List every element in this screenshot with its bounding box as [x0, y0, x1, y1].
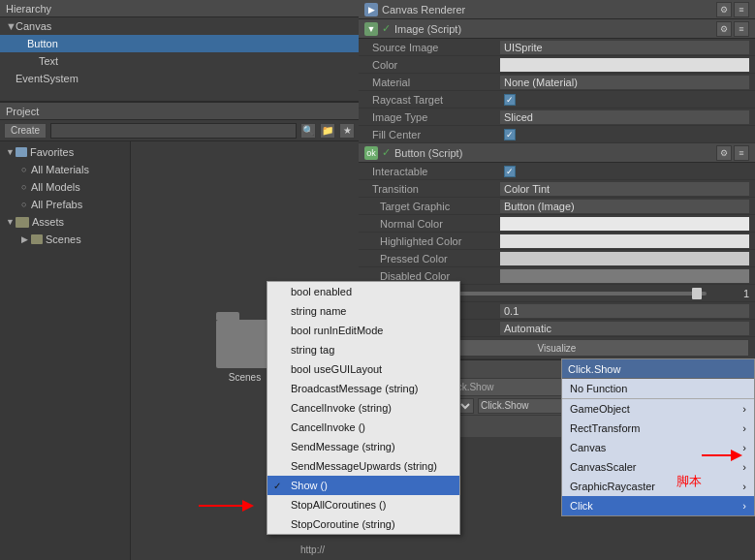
image-script-icons: ⚙ ≡ — [716, 21, 749, 37]
tree-all-prefabs[interactable]: ○ All Prefabs — [0, 196, 130, 213]
target-graphic-row: Target Graphic Button (Image) — [359, 198, 755, 215]
tree-assets[interactable]: ▼ Assets — [0, 213, 130, 231]
tree-all-models[interactable]: ○ All Models — [0, 178, 130, 196]
navigation-value[interactable]: Automatic — [500, 322, 749, 335]
raycast-value[interactable]: ✓ — [500, 93, 749, 107]
normal-color-label: Normal Color — [364, 218, 500, 230]
transition-text: Color Tint — [504, 183, 550, 195]
project-tree: ▼ Favorites ○ All Materials ○ All Models… — [0, 141, 131, 560]
fill-center-value[interactable]: ✓ — [500, 128, 749, 141]
dot-models-icon: ○ — [21, 182, 31, 192]
create-button[interactable]: Create — [4, 123, 47, 139]
image-settings-icon[interactable]: ⚙ — [716, 21, 732, 37]
ctx-sendmessageupwards[interactable]: SendMessageUpwards (string) — [267, 456, 459, 476]
button-script-title: ok ✓ Button (Script) — [364, 146, 462, 160]
highlighted-color-row: Highlighted Color — [359, 233, 755, 250]
source-image-value[interactable]: UISprite — [500, 41, 749, 54]
hierarchy-item-canvas[interactable]: ▼ Canvas — [0, 17, 359, 35]
search-icon-btn[interactable]: 🔍 — [300, 123, 316, 139]
folder-large-label: Scenes — [229, 372, 261, 383]
ctx-bool-enabled[interactable]: bool enabled — [267, 282, 459, 301]
normal-color-value[interactable] — [500, 217, 749, 231]
ctx-label-bool-useguilayout: bool useGUILayout — [291, 363, 382, 375]
canvas-renderer-title: ▶ Canvas Renderer — [364, 3, 465, 16]
pressed-color-value[interactable] — [500, 252, 749, 265]
fill-center-checkbox-icon[interactable]: ✓ — [504, 129, 516, 140]
hierarchy-item-eventsystem[interactable]: EventSystem — [0, 70, 359, 87]
ctx-label-show: Show () — [291, 480, 328, 491]
ctx-label-stopcoroutine: StopCoroutine (string) — [291, 518, 395, 530]
dropdown-recttransform-label: RectTransform — [570, 422, 640, 434]
tree-favorites[interactable]: ▼ Favorites — [0, 143, 130, 161]
arrow-canvas: ▼ — [6, 20, 14, 32]
chevron-right-click-icon: › — [742, 500, 746, 512]
raycast-label: Raycast Target — [364, 94, 500, 106]
raycast-checkbox-icon[interactable]: ✓ — [504, 94, 516, 106]
button-script-icon: ok — [364, 146, 378, 160]
pressed-color-label: Pressed Color — [364, 253, 500, 264]
ctx-cancelinvoke[interactable]: CancelInvoke () — [267, 418, 459, 437]
dropdown-click-label: Click — [570, 500, 593, 512]
image-menu-icon[interactable]: ≡ — [734, 21, 749, 37]
ctx-bool-runeditmode[interactable]: bool runInEditMode — [267, 321, 459, 340]
ctx-show[interactable]: Show () — [267, 476, 459, 495]
fade-duration-value[interactable]: 0.1 — [500, 304, 749, 318]
button-settings-icon[interactable]: ⚙ — [716, 145, 732, 161]
event-field-value: Click.Show — [481, 400, 528, 411]
ctx-label-sendmessage: SendMessage (string) — [291, 441, 395, 452]
ctx-broadcastmessage[interactable]: BroadcastMessage (string) — [267, 379, 459, 398]
folder-icon-btn[interactable]: 📁 — [320, 123, 335, 139]
dropdown-no-function[interactable]: No Function — [562, 379, 754, 398]
interactable-checkbox-icon[interactable]: ✓ — [504, 166, 516, 177]
material-value[interactable]: None (Material) — [500, 76, 749, 89]
ctx-label-stopallcoroutines: StopAllCoroutines () — [291, 499, 386, 511]
image-script-icon: ▼ — [364, 22, 378, 36]
hierarchy-section: Hierarchy ▼ Canvas Button Text EventSyst… — [0, 0, 359, 102]
hierarchy-item-text[interactable]: Text — [0, 52, 359, 70]
transition-value[interactable]: Color Tint — [500, 182, 749, 196]
hierarchy-eventsystem-label: EventSystem — [16, 73, 79, 84]
dropdown-canvasscaler-label: CanvasScaler — [570, 461, 636, 473]
button-script-header: ok ✓ Button (Script) ⚙ ≡ — [359, 143, 755, 163]
transition-label: Transition — [364, 183, 500, 195]
ctx-stopallcoroutines[interactable]: StopAllCoroutines () — [267, 495, 459, 514]
tree-all-materials[interactable]: ○ All Materials — [0, 161, 130, 178]
image-type-value[interactable]: Sliced — [500, 110, 749, 124]
left-panel: Hierarchy ▼ Canvas Button Text EventSyst… — [0, 0, 359, 560]
image-script-check: ✓ — [382, 22, 391, 35]
image-type-label: Image Type — [364, 111, 500, 123]
ctx-sendmessage[interactable]: SendMessage (string) — [267, 437, 459, 456]
dropdown-graphicraycaster-label: GraphicRaycaster — [570, 481, 655, 492]
image-type-row: Image Type Sliced — [359, 109, 755, 126]
context-menu: bool enabled string name bool runInEditM… — [267, 281, 460, 535]
highlighted-color-value[interactable] — [500, 234, 749, 248]
normal-color-row: Normal Color — [359, 215, 755, 233]
material-row: Material None (Material) — [359, 74, 755, 91]
all-materials-label: All Materials — [31, 164, 89, 175]
ctx-stopcoroutine[interactable]: StopCoroutine (string) — [267, 514, 459, 534]
button-script-check: ✓ — [382, 146, 391, 159]
ctx-string-name[interactable]: string name — [267, 301, 459, 321]
disabled-color-value[interactable] — [500, 269, 749, 283]
project-search-input[interactable] — [50, 123, 297, 139]
target-graphic-value[interactable]: Button (Image) — [500, 200, 749, 213]
ctx-string-tag[interactable]: string tag — [267, 340, 459, 359]
ctx-bool-useguilayout[interactable]: bool useGUILayout — [267, 359, 459, 379]
canvas-renderer-settings-icon[interactable]: ⚙ — [716, 2, 732, 17]
tree-scenes[interactable]: ▶ Scenes — [0, 231, 130, 248]
ctx-label-bool-enabled: bool enabled — [291, 286, 352, 297]
dot-materials-icon: ○ — [21, 165, 31, 174]
color-value[interactable] — [500, 58, 749, 72]
ctx-cancelinvoke-string[interactable]: CancelInvoke (string) — [267, 398, 459, 418]
interactable-value[interactable]: ✓ — [500, 165, 749, 178]
color-label: Color — [364, 59, 500, 71]
dropdown-gameobject[interactable]: GameObject › — [562, 399, 754, 419]
canvas-renderer-menu-icon[interactable]: ≡ — [734, 2, 749, 17]
hierarchy-item-button[interactable]: Button — [0, 35, 359, 52]
button-menu-icon[interactable]: ≡ — [734, 145, 749, 161]
dropdown-click[interactable]: Click › — [562, 496, 754, 515]
star-icon-btn[interactable]: ★ — [339, 123, 355, 139]
red-arrow-left-icon — [194, 496, 262, 515]
all-models-label: All Models — [31, 181, 80, 193]
dropdown-header-label: Click.Show — [568, 363, 620, 375]
